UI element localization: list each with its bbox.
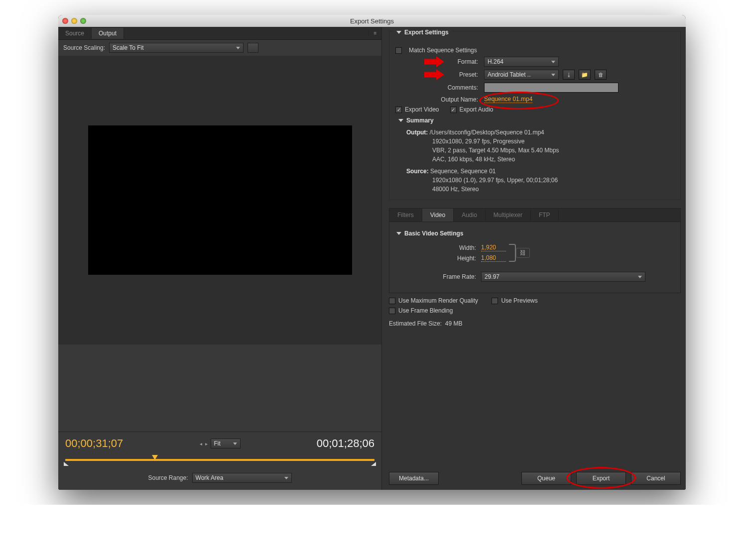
source-range-label: Source Range: (148, 474, 188, 481)
tab-ftp[interactable]: FTP (531, 209, 559, 222)
tab-output[interactable]: Output (92, 28, 124, 39)
queue-button[interactable]: Queue (521, 472, 571, 485)
titlebar[interactable]: Export Settings (58, 15, 686, 27)
frame-rate-value: 29.97 (485, 273, 499, 280)
use-previews-checkbox[interactable] (492, 298, 498, 304)
comments-label: Comments: (395, 84, 480, 91)
summary-title: Summary (406, 117, 434, 124)
settings-pane: Export Settings Match Sequence Settings … (382, 27, 686, 490)
max-render-label: Use Maximum Render Quality (398, 297, 478, 304)
frame-blending-checkbox[interactable] (389, 308, 395, 314)
source-range-dropdown[interactable]: Work Area (192, 473, 292, 483)
import-preset-icon[interactable]: 📁 (579, 70, 591, 80)
export-video-label: Export Video (405, 106, 439, 113)
max-render-checkbox[interactable] (389, 298, 395, 304)
comments-input[interactable] (484, 83, 619, 93)
match-sequence-label: Match Sequence Settings (409, 47, 477, 54)
chevron-down-icon (638, 276, 642, 278)
height-value[interactable]: 1,080 (481, 254, 506, 262)
timeline[interactable] (65, 455, 374, 465)
width-label: Width: (396, 244, 476, 251)
summary-source-label: Source: (406, 168, 429, 175)
panel-menu-icon[interactable]: ≡ (369, 30, 381, 36)
window-title: Export Settings (58, 17, 686, 25)
preview-pane: Source Output ≡ Source Scaling: Scale To… (58, 27, 382, 490)
format-dropdown[interactable]: H.264 (484, 57, 559, 67)
summary-output-bitrate: VBR, 2 pass, Target 4.50 Mbps, Max 5.40 … (406, 146, 674, 155)
summary-output-res: 1920x1080, 29.97 fps, Progressive (406, 137, 674, 146)
link-icon[interactable]: ⛓ (516, 248, 530, 258)
source-range-value: Work Area (196, 474, 224, 481)
frame-blending-option[interactable]: Use Frame Blending (389, 307, 453, 314)
triangle-left-icon[interactable]: ◂ (200, 441, 202, 447)
export-audio-checkbox[interactable] (450, 107, 457, 113)
bracket-icon (509, 244, 516, 262)
source-scaling-label: Source Scaling: (63, 44, 105, 51)
chevron-down-icon (551, 61, 555, 63)
tab-source[interactable]: Source (58, 28, 92, 39)
export-audio-option[interactable]: Export Audio (450, 106, 494, 113)
chevron-down-icon (551, 74, 555, 76)
export-audio-label: Export Audio (460, 106, 494, 113)
max-render-option[interactable]: Use Maximum Render Quality (389, 297, 478, 304)
use-previews-label: Use Previews (501, 297, 537, 304)
export-button[interactable]: Export (576, 472, 626, 485)
frame-blending-label: Use Frame Blending (398, 307, 453, 314)
delete-preset-icon[interactable]: 🗑 (595, 70, 607, 80)
summary-source-seq: Sequence, Sequence 01 (430, 168, 496, 175)
preview-area (58, 56, 381, 344)
source-scaling-dropdown[interactable]: Scale To Fit (109, 43, 244, 53)
export-settings-title: Export Settings (404, 29, 449, 36)
output-name-label: Output Name: (395, 96, 480, 103)
export-settings-window: Export Settings Source Output ≡ Source S… (58, 15, 686, 490)
use-previews-option[interactable]: Use Previews (492, 297, 537, 304)
height-label: Height: (396, 255, 476, 262)
tab-audio[interactable]: Audio (454, 209, 486, 222)
metadata-button[interactable]: Metadata... (389, 472, 439, 485)
in-handle-icon[interactable] (64, 462, 69, 466)
summary-output-path: /Users/itsconfig/Desktop/Sequence 01.mp4 (430, 129, 544, 136)
preset-dropdown[interactable]: Android Tablet .. (484, 70, 559, 80)
summary-output-audio: AAC, 160 kbps, 48 kHz, Stereo (406, 155, 674, 164)
crop-button[interactable] (248, 43, 258, 53)
basic-video-title: Basic Video Settings (404, 230, 463, 237)
save-preset-icon[interactable]: ⭳ (563, 70, 575, 80)
chevron-down-icon (236, 47, 240, 49)
tab-video[interactable]: Video (422, 209, 454, 222)
summary-source-audio: 48000 Hz, Stereo (406, 185, 674, 194)
video-preview[interactable] (88, 125, 352, 275)
chevron-down-icon (284, 477, 288, 479)
disclosure-triangle-icon[interactable] (398, 119, 403, 122)
disclosure-triangle-icon[interactable] (396, 232, 401, 235)
summary-block: Output: /Users/itsconfig/Desktop/Sequenc… (395, 128, 674, 194)
est-size-label: Estimated File Size: (389, 320, 442, 327)
video-panel: Basic Video Settings Width: 1,920 Height… (389, 222, 681, 293)
summary-source-res: 1920x1080 (1.0), 29.97 fps, Upper, 00;01… (406, 176, 674, 185)
tab-filters[interactable]: Filters (389, 209, 422, 222)
out-timecode: 00;01;28;06 (317, 437, 374, 450)
output-name-link[interactable]: Sequence 01.mp4 (484, 96, 532, 103)
frame-rate-dropdown[interactable]: 29.97 (481, 272, 645, 282)
chevron-down-icon (233, 443, 237, 445)
out-handle-icon[interactable] (371, 462, 376, 466)
format-value: H.264 (488, 58, 503, 65)
preset-value: Android Tablet .. (488, 71, 531, 78)
match-sequence-checkbox[interactable] (395, 47, 402, 54)
frame-rate-label: Frame Rate: (396, 273, 476, 280)
cancel-button[interactable]: Cancel (631, 472, 681, 485)
playhead-icon[interactable] (152, 455, 158, 460)
width-value[interactable]: 1,920 (481, 244, 506, 251)
export-video-option[interactable]: Export Video (395, 106, 439, 113)
export-video-checkbox[interactable] (395, 107, 402, 113)
disclosure-triangle-icon[interactable] (396, 31, 401, 34)
triangle-right-icon[interactable]: ▸ (205, 441, 208, 447)
summary-output-label: Output: (406, 129, 428, 136)
zoom-fit-dropdown[interactable]: Fit (211, 439, 241, 448)
settings-tabs: Filters Video Audio Multiplexer FTP (389, 208, 681, 222)
in-timecode[interactable]: 00;00;31;07 (65, 437, 123, 450)
tab-multiplexer[interactable]: Multiplexer (486, 209, 531, 222)
fit-value: Fit (214, 440, 221, 447)
source-scaling-value: Scale To Fit (113, 44, 143, 51)
est-size-value: 49 MB (445, 320, 463, 327)
